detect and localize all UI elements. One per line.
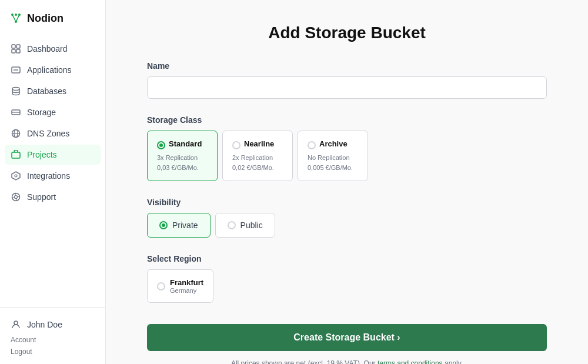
storage-nearline-desc: 2x Replication 0,02 €/GB/Mo. — [232, 153, 283, 172]
sidebar-item-databases-label: Databases — [27, 86, 66, 96]
sidebar-item-projects-label: Projects — [27, 150, 57, 159]
sidebar-item-dashboard[interactable]: Dashboard — [5, 39, 101, 59]
radio-nearline — [232, 141, 240, 149]
user-icon — [11, 319, 21, 330]
visibility-label: Visibility — [147, 198, 547, 207]
sidebar-item-dns-label: DNS Zones — [27, 129, 69, 138]
sidebar-item-integrations-label: Integrations — [27, 171, 70, 181]
account-link[interactable]: Account — [11, 335, 101, 345]
svg-point-20 — [15, 175, 17, 177]
svg-point-1 — [15, 14, 17, 16]
dns-icon — [11, 128, 21, 139]
user-name: John Doe — [27, 320, 62, 329]
databases-icon — [11, 86, 21, 96]
visibility-private-label: Private — [172, 221, 198, 230]
logout-link[interactable]: Logout — [11, 346, 101, 357]
name-section: Name — [147, 61, 547, 99]
region-info: Frankfurt Germany — [170, 278, 203, 294]
dashboard-icon — [11, 44, 21, 54]
storage-icon — [11, 107, 21, 118]
svg-point-22 — [15, 196, 18, 199]
logo[interactable]: Nodion — [0, 0, 105, 39]
storage-card-archive[interactable]: Archive No Replication 0,005 €/GB/Mo. — [298, 131, 368, 181]
svg-rect-6 — [12, 45, 15, 48]
user-profile[interactable]: John Doe — [5, 315, 101, 335]
region-name: Frankfurt — [170, 278, 203, 287]
page-title: Add Storage Bucket — [268, 24, 426, 42]
visibility-public-label: Public — [240, 221, 263, 230]
svg-line-4 — [16, 15, 19, 22]
radio-public — [228, 221, 236, 229]
brand-name: Nodion — [27, 12, 64, 25]
sidebar-item-dns-zones[interactable]: DNS Zones — [5, 123, 101, 143]
visibility-private[interactable]: Private — [147, 213, 211, 238]
user-sub-links: Account Logout — [5, 335, 101, 357]
sidebar-item-applications[interactable]: Applications — [5, 60, 101, 80]
svg-point-12 — [12, 88, 19, 91]
footer-note: All prices shown are net (excl. 19 % VAT… — [147, 359, 547, 364]
radio-frankfurt — [157, 282, 165, 290]
svg-rect-9 — [16, 49, 20, 53]
terms-link[interactable]: terms and conditions — [377, 359, 443, 364]
sidebar-item-storage[interactable]: Storage — [5, 102, 101, 122]
name-input[interactable] — [147, 76, 547, 99]
sidebar-item-storage-label: Storage — [27, 108, 56, 117]
visibility-section: Visibility Private Public — [147, 198, 547, 238]
svg-marker-19 — [12, 172, 20, 180]
region-section: Select Region Frankfurt Germany — [147, 254, 547, 303]
storage-card-nearline[interactable]: Nearline 2x Replication 0,02 €/GB/Mo. — [222, 131, 293, 181]
storage-archive-name: Archive — [319, 139, 348, 148]
svg-point-5 — [15, 21, 17, 23]
storage-card-standard[interactable]: Standard 3x Replication 0,03 €/GB/Mo. — [147, 131, 218, 181]
sidebar: Nodion Dashboard Applicati — [0, 0, 106, 364]
sidebar-item-projects[interactable]: Projects — [5, 145, 101, 165]
integrations-icon — [11, 171, 21, 181]
storage-standard-desc: 3x Replication 0,03 €/GB/Mo. — [157, 153, 208, 172]
sidebar-item-databases[interactable]: Databases — [5, 81, 101, 101]
name-label: Name — [147, 61, 547, 71]
svg-rect-18 — [12, 152, 20, 158]
radio-standard — [157, 141, 165, 149]
svg-rect-7 — [16, 45, 20, 48]
region-card-frankfurt[interactable]: Frankfurt Germany — [147, 269, 213, 303]
sidebar-item-applications-label: Applications — [27, 65, 72, 75]
sidebar-item-integrations[interactable]: Integrations — [5, 166, 101, 186]
region-country: Germany — [170, 287, 203, 294]
storage-class-group: Standard 3x Replication 0,03 €/GB/Mo. Ne… — [147, 131, 547, 181]
storage-class-label: Storage Class — [147, 115, 547, 125]
svg-rect-8 — [12, 49, 15, 53]
svg-point-27 — [14, 321, 18, 325]
visibility-public[interactable]: Public — [215, 213, 275, 238]
logo-icon — [9, 12, 22, 25]
footer-prefix: All prices shown are net (excl. 19 % VAT… — [231, 359, 377, 364]
sidebar-item-support[interactable]: Support — [5, 187, 101, 207]
radio-archive — [308, 141, 316, 149]
radio-private — [159, 221, 168, 229]
support-icon — [11, 192, 21, 202]
svg-point-21 — [12, 193, 20, 201]
sidebar-item-support-label: Support — [27, 192, 56, 202]
form-container: Name Storage Class Standard 3x Replicati… — [147, 61, 547, 364]
main-content: Add Storage Bucket Name Storage Class St… — [106, 0, 588, 364]
region-group: Frankfurt Germany — [147, 269, 547, 303]
visibility-group: Private Public — [147, 213, 547, 238]
projects-icon — [11, 149, 21, 160]
create-bucket-button[interactable]: Create Storage Bucket › — [147, 324, 547, 351]
footer-suffix: apply. — [443, 359, 463, 364]
sidebar-item-dashboard-label: Dashboard — [27, 44, 68, 54]
storage-archive-desc: No Replication 0,005 €/GB/Mo. — [308, 153, 358, 172]
applications-icon — [11, 65, 21, 75]
sidebar-bottom: John Doe Account Logout — [0, 307, 105, 364]
main-nav: Dashboard Applications Databases — [0, 39, 105, 307]
region-label: Select Region — [147, 254, 547, 263]
storage-nearline-name: Nearline — [244, 139, 274, 148]
svg-line-3 — [12, 15, 16, 22]
storage-standard-name: Standard — [169, 139, 202, 148]
storage-class-section: Storage Class Standard 3x Replication 0,… — [147, 115, 547, 181]
